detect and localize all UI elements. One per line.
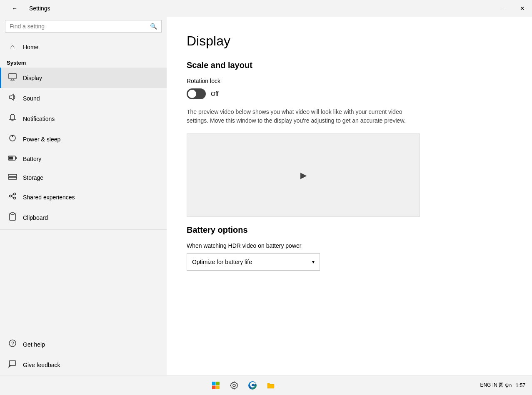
toggle-off-label: Off bbox=[211, 91, 218, 97]
taskbar-right: ENG IN 図 ψ∩ 1:57 bbox=[480, 382, 525, 389]
taskbar-time: 1:57 bbox=[516, 382, 525, 388]
svg-line-15 bbox=[11, 194, 14, 196]
taskbar-explorer-button[interactable] bbox=[263, 378, 278, 393]
content-area: Display Scale and layout Rotation lock O… bbox=[167, 17, 532, 375]
svg-rect-24 bbox=[216, 385, 220, 389]
sidebar-item-shared-experiences[interactable]: Shared experiences bbox=[0, 187, 167, 207]
scale-layout-title: Scale and layout bbox=[187, 60, 512, 70]
rotation-lock-toggle[interactable] bbox=[187, 88, 206, 99]
sidebar-item-home-label: Home bbox=[23, 44, 38, 50]
sidebar-item-get-help-label: Get help bbox=[23, 341, 45, 348]
sidebar-item-display-label: Display bbox=[23, 75, 42, 81]
sidebar-section-label: System bbox=[0, 56, 167, 68]
home-icon: ⌂ bbox=[8, 43, 17, 51]
svg-rect-11 bbox=[8, 177, 17, 179]
sidebar-divider bbox=[0, 229, 167, 230]
svg-point-12 bbox=[10, 195, 12, 197]
power-sleep-icon bbox=[8, 134, 17, 144]
sidebar-item-notifications[interactable]: Notifications bbox=[0, 108, 167, 129]
storage-icon bbox=[8, 173, 17, 182]
sidebar-item-power-label: Power & sleep bbox=[23, 136, 60, 143]
give-feedback-icon bbox=[8, 360, 17, 370]
battery-dropdown[interactable]: Optimize for battery life ▾ bbox=[187, 253, 320, 271]
clipboard-icon bbox=[8, 212, 17, 223]
sidebar-item-storage[interactable]: Storage bbox=[0, 168, 167, 187]
battery-icon bbox=[8, 154, 17, 163]
minimize-button[interactable]: – bbox=[494, 0, 513, 17]
taskbar-center bbox=[208, 378, 278, 393]
svg-rect-21 bbox=[212, 382, 216, 385]
svg-marker-4 bbox=[10, 94, 13, 100]
svg-point-25 bbox=[233, 384, 235, 387]
sidebar-bottom: ? Get help Give feedback bbox=[0, 334, 167, 375]
sound-icon bbox=[8, 93, 17, 103]
search-box[interactable]: 🔍 bbox=[5, 20, 162, 33]
shared-experiences-icon bbox=[8, 192, 17, 202]
sidebar-item-give-feedback[interactable]: Give feedback bbox=[0, 355, 167, 375]
sidebar-item-battery-label: Battery bbox=[23, 156, 41, 162]
svg-rect-10 bbox=[8, 174, 17, 176]
back-button[interactable]: ← bbox=[5, 0, 24, 17]
play-button[interactable]: ▶ bbox=[300, 170, 307, 180]
systray-text: ENG IN 図 ψ∩ bbox=[480, 382, 512, 389]
svg-rect-8 bbox=[15, 157, 17, 159]
sidebar-item-give-feedback-label: Give feedback bbox=[23, 362, 60, 368]
dropdown-value: Optimize for battery life bbox=[192, 259, 252, 265]
titlebar-left: ← Settings bbox=[5, 0, 50, 17]
svg-point-13 bbox=[14, 193, 16, 195]
titlebar-controls: – ✕ bbox=[494, 0, 532, 17]
page-title: Display bbox=[187, 33, 512, 49]
toggle-thumb bbox=[188, 90, 196, 98]
svg-rect-18 bbox=[11, 213, 14, 214]
taskbar-settings-button[interactable] bbox=[227, 378, 242, 393]
battery-options-section: Battery options When watching HDR video … bbox=[187, 225, 512, 271]
notifications-icon bbox=[8, 113, 17, 124]
taskbar: ENG IN 図 ψ∩ 1:57 bbox=[0, 375, 532, 395]
svg-rect-0 bbox=[9, 73, 16, 79]
sidebar-item-notifications-label: Notifications bbox=[23, 116, 55, 122]
sidebar-item-storage-label: Storage bbox=[23, 174, 43, 181]
toggle-row: Off bbox=[187, 88, 512, 99]
sidebar-item-power-sleep[interactable]: Power & sleep bbox=[0, 129, 167, 149]
svg-line-16 bbox=[11, 196, 14, 198]
svg-rect-23 bbox=[212, 385, 216, 389]
svg-point-14 bbox=[14, 197, 16, 199]
battery-options-title: Battery options bbox=[187, 225, 512, 235]
sidebar-item-clipboard[interactable]: Clipboard bbox=[0, 207, 167, 228]
svg-rect-22 bbox=[216, 382, 220, 385]
hdr-label: When watching HDR video on battery power bbox=[187, 242, 512, 249]
rotation-lock-label: Rotation lock bbox=[187, 78, 512, 84]
taskbar-edge-button[interactable] bbox=[245, 378, 260, 393]
sidebar: 🔍 ⌂ Home System Display bbox=[0, 17, 167, 375]
app-title: Settings bbox=[29, 5, 50, 12]
search-icon: 🔍 bbox=[150, 23, 157, 30]
sidebar-item-sound[interactable]: Sound bbox=[0, 88, 167, 108]
sidebar-item-get-help[interactable]: ? Get help bbox=[0, 334, 167, 355]
sidebar-item-sound-label: Sound bbox=[23, 95, 40, 102]
main-layout: 🔍 ⌂ Home System Display bbox=[0, 17, 532, 375]
preview-description: The preview video below shows you what v… bbox=[187, 108, 420, 125]
sidebar-item-home[interactable]: ⌂ Home bbox=[0, 38, 167, 56]
svg-text:?: ? bbox=[11, 341, 14, 347]
svg-rect-9 bbox=[9, 157, 13, 160]
sidebar-item-shared-label: Shared experiences bbox=[23, 194, 75, 201]
display-icon bbox=[8, 73, 17, 83]
sidebar-item-clipboard-label: Clipboard bbox=[23, 214, 48, 221]
chevron-down-icon: ▾ bbox=[312, 259, 315, 265]
video-preview-area: ▶ bbox=[187, 133, 420, 217]
close-button[interactable]: ✕ bbox=[513, 0, 532, 17]
titlebar: ← Settings – ✕ bbox=[0, 0, 532, 17]
settings-window: ← Settings – ✕ 🔍 ⌂ Home System bbox=[0, 0, 532, 395]
start-button[interactable] bbox=[208, 378, 223, 393]
search-input[interactable] bbox=[10, 23, 147, 30]
sidebar-item-battery[interactable]: Battery bbox=[0, 149, 167, 168]
sidebar-item-display[interactable]: Display bbox=[0, 68, 167, 88]
get-help-icon: ? bbox=[8, 339, 17, 350]
